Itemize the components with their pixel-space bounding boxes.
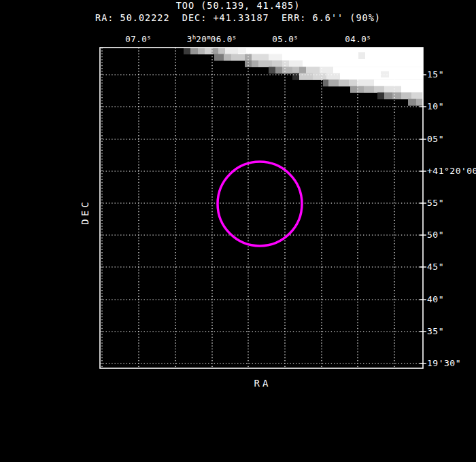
coordinate-grid (100, 48, 423, 368)
y-tick-label: +41°20'00 (427, 166, 476, 177)
x-axis-title: RA (254, 378, 271, 389)
y-tick-label: 50" (427, 230, 444, 241)
x-tick-label: 3h20m06.0s (187, 33, 236, 44)
sky-plot (0, 0, 476, 462)
y-tick-label: 35" (427, 326, 444, 337)
plot-frame (100, 48, 423, 368)
y-tick-label: 05" (427, 134, 444, 145)
y-tick-label: 55" (427, 198, 444, 209)
image-bright-region (184, 48, 423, 106)
source-coordinates-text: RA: 50.02222 DEC: +41.33187 ERR: 6.6'' (… (0, 12, 476, 23)
page-title: TOO (50.139, 41.485) (0, 0, 476, 11)
x-tick-label: 05.0s (272, 33, 298, 44)
error-circle (218, 162, 302, 246)
y-axis-title: DEC (80, 199, 90, 224)
y-tick-label: 15" (427, 69, 444, 80)
x-tick-label: 04.0s (345, 33, 371, 44)
y-tick-label: 19'30" (427, 358, 461, 369)
finder-chart: TOO (50.139, 41.485) RA: 50.02222 DEC: +… (0, 0, 476, 462)
x-tick-label: 07.0s (125, 33, 151, 44)
y-tick-label: 40" (427, 294, 444, 305)
y-tick-label: 45" (427, 262, 444, 272)
y-tick-label: 10" (427, 101, 444, 112)
